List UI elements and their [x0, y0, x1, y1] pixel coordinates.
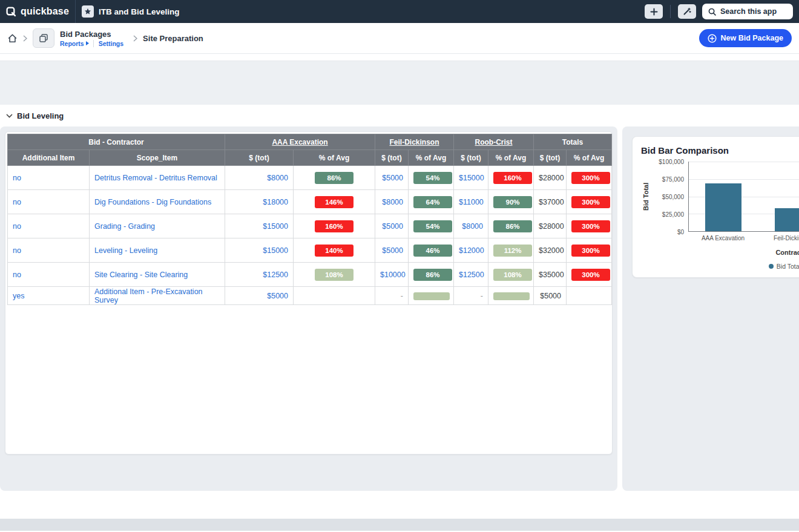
- magic-wand-button[interactable]: [678, 4, 696, 19]
- home-icon[interactable]: [7, 33, 18, 44]
- top-nav-bar: quickbase ITB and Bid Leveling Search th…: [0, 0, 799, 23]
- pct-badge: 160%: [315, 220, 353, 232]
- additional-item-cell[interactable]: yes: [8, 287, 90, 305]
- chart-panel: Bid Bar Comparison Bid Total $100,000$75…: [622, 126, 799, 491]
- pct-badge: 108%: [493, 269, 532, 281]
- additional-item-cell[interactable]: no: [8, 238, 90, 263]
- scope-item-cell[interactable]: Additional Item - Pre-Excavation Survey: [90, 287, 225, 305]
- breadcrumb-current-page: Site Preparation: [143, 34, 203, 43]
- pct-cell: 46%: [409, 238, 454, 263]
- column-header: Additional Item: [8, 150, 90, 166]
- contractor-group-header[interactable]: Feil-Dickinson: [375, 134, 454, 150]
- additional-item-cell[interactable]: no: [8, 166, 90, 190]
- column-header: $ (tot): [225, 150, 294, 166]
- scope-item-cell[interactable]: Dig Foundations - Dig Foundations: [90, 190, 225, 214]
- legend-label: Bid Total (sum: [777, 263, 799, 270]
- bid-bar-comparison-card: Bid Bar Comparison Bid Total $100,000$75…: [632, 136, 799, 278]
- pct-badge: 54%: [413, 172, 452, 184]
- pct-cell: 146%: [294, 190, 375, 214]
- search-icon: [708, 8, 716, 16]
- app-name: ITB and Bid Leveling: [99, 7, 180, 16]
- pct-cell: 54%: [409, 214, 454, 238]
- scope-item-cell[interactable]: Detritus Removal - Detritus Removal: [90, 166, 225, 190]
- pct-cell: 112%: [488, 238, 534, 263]
- pct-badge: 160%: [493, 172, 532, 184]
- amount-cell[interactable]: $5000: [225, 287, 294, 305]
- column-header: $ (tot): [534, 150, 567, 166]
- gridline: [689, 179, 799, 180]
- bid-packages-icon[interactable]: [33, 28, 54, 48]
- reports-label: Reports: [60, 40, 84, 47]
- scope-item-cell[interactable]: Grading - Grading: [90, 214, 225, 238]
- amount-cell[interactable]: $15000: [454, 166, 488, 190]
- pct-cell: 108%: [488, 263, 534, 287]
- table-head: Bid - ContractorAAA ExcavationFeil-Dicki…: [8, 134, 612, 166]
- pct-badge: 300%: [571, 220, 610, 232]
- table-row: noSite Clearing - Site Clearing$12500108…: [8, 263, 612, 287]
- pct-cell: [294, 287, 375, 305]
- pct-badge: [493, 292, 530, 300]
- pct-badge: 46%: [413, 245, 452, 257]
- chart-title: Bid Bar Comparison: [641, 145, 799, 156]
- amount-cell[interactable]: $10000: [375, 263, 409, 287]
- amount-cell[interactable]: $12000: [454, 238, 488, 263]
- table-row: noLeveling - Leveling$15000140%$500046%$…: [8, 238, 612, 263]
- pct-badge: 86%: [315, 172, 353, 184]
- amount-cell[interactable]: $12500: [454, 263, 488, 287]
- contractor-group-header[interactable]: Roob-Crist: [454, 134, 534, 150]
- table-body: noDetritus Removal - Detritus Removal$80…: [8, 166, 612, 305]
- column-header: % of Avg: [567, 150, 612, 166]
- reports-menu[interactable]: Reports: [60, 40, 93, 47]
- column-header: % of Avg: [488, 150, 534, 166]
- amount-cell[interactable]: $5000: [375, 238, 409, 263]
- additional-item-cell[interactable]: no: [8, 214, 90, 238]
- add-button[interactable]: [645, 4, 663, 19]
- amount-cell: -: [375, 287, 409, 305]
- bid-packages-title[interactable]: Bid Packages: [60, 30, 128, 39]
- amount-cell[interactable]: $5000: [375, 214, 409, 238]
- pct-cell: 300%: [567, 190, 612, 214]
- y-tick-label: $25,000: [662, 211, 684, 218]
- pct-badge: 90%: [493, 196, 532, 208]
- additional-item-cell[interactable]: no: [8, 190, 90, 214]
- pct-cell: 108%: [294, 263, 375, 287]
- amount-cell[interactable]: $8000: [225, 166, 294, 190]
- divider: [75, 0, 76, 23]
- search-input[interactable]: Search this app: [702, 4, 793, 19]
- amount-cell[interactable]: $12500: [225, 263, 294, 287]
- chevron-down-icon[interactable]: [6, 114, 13, 118]
- pct-badge: 64%: [413, 196, 452, 208]
- new-bid-package-label: New Bid Package: [720, 34, 783, 42]
- brand-name: quickbase: [21, 6, 69, 17]
- app-title[interactable]: ITB and Bid Leveling: [82, 5, 180, 18]
- contractor-group-header[interactable]: AAA Excavation: [225, 134, 375, 150]
- quickbase-logo[interactable]: quickbase: [6, 6, 69, 17]
- chevron-right-icon: [23, 35, 27, 42]
- settings-link[interactable]: Settings: [93, 40, 128, 47]
- amount-cell[interactable]: $18000: [225, 190, 294, 214]
- pct-cell: 160%: [294, 214, 375, 238]
- pct-badge: 300%: [571, 196, 610, 208]
- x-axis-title: Contractor: [775, 249, 799, 256]
- amount-cell[interactable]: $8000: [454, 214, 488, 238]
- amount-cell[interactable]: $5000: [375, 166, 409, 190]
- column-header-row: Additional ItemScope_Item$ (tot)% of Avg…: [8, 150, 612, 166]
- amount-cell[interactable]: $15000: [225, 238, 294, 263]
- amount-cell[interactable]: $8000: [375, 190, 409, 214]
- additional-item-cell[interactable]: no: [8, 263, 90, 287]
- new-bid-package-button[interactable]: New Bid Package: [699, 29, 792, 47]
- amount-cell[interactable]: $15000: [225, 214, 294, 238]
- chart-body: Bid Total $100,000$75,000$50,000$25,000$…: [641, 162, 799, 241]
- column-header: % of Avg: [409, 150, 454, 166]
- amount-cell[interactable]: $11000: [454, 190, 488, 214]
- pct-badge: 140%: [315, 245, 353, 257]
- pct-badge: 108%: [315, 269, 353, 281]
- chart-bar: [775, 208, 799, 231]
- scope-item-cell[interactable]: Site Clearing - Site Clearing: [90, 263, 225, 287]
- amount-cell: $32000: [534, 238, 567, 263]
- pct-badge: [413, 292, 450, 300]
- scope-item-cell[interactable]: Leveling - Leveling: [90, 238, 225, 263]
- section-header: Bid Leveling: [0, 105, 799, 126]
- chevron-right-icon: [133, 35, 137, 42]
- pct-badge: 300%: [571, 172, 610, 184]
